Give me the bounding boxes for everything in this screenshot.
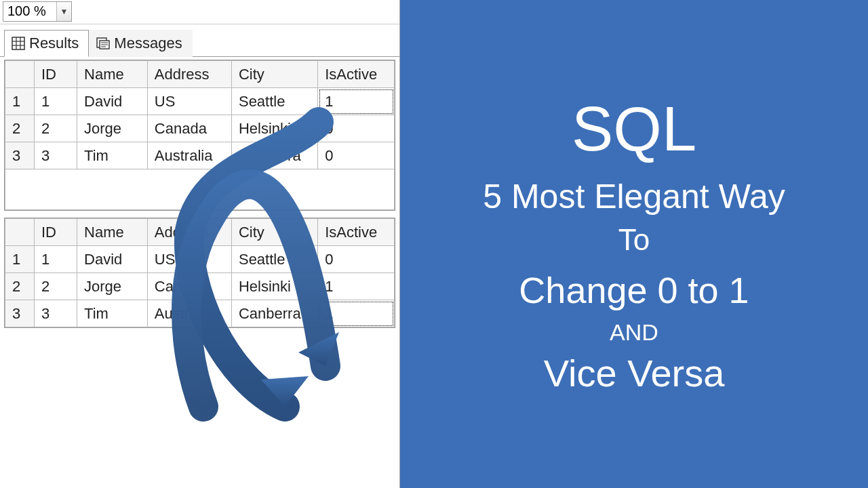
cell-city[interactable]: Helsinki — [231, 273, 317, 300]
tab-results-label: Results — [29, 35, 79, 52]
cell-name[interactable]: David — [77, 246, 148, 273]
col-header-name[interactable]: Name — [77, 61, 148, 88]
corner-cell — [5, 61, 35, 88]
row-number: 2 — [5, 273, 35, 300]
col-header-id[interactable]: ID — [34, 61, 77, 88]
title-panel: SQL 5 Most Elegant Way To Change 0 to 1 … — [400, 0, 868, 488]
title-line-1: 5 Most Elegant Way — [483, 177, 785, 216]
title-to: To — [618, 223, 650, 257]
row-number: 1 — [5, 88, 35, 115]
cell-name[interactable]: Jorge — [77, 115, 148, 142]
zoom-toolbar: ▼ — [0, 0, 399, 24]
cell-isactive[interactable]: 0 — [318, 246, 395, 273]
cell-city[interactable]: Helsinki — [231, 115, 317, 142]
cell-city[interactable]: Seattle — [231, 88, 317, 115]
col-header-address[interactable]: Address — [147, 219, 231, 246]
tab-messages[interactable]: Messages — [89, 30, 192, 57]
col-header-isactive[interactable]: IsActive — [318, 219, 395, 246]
table-row[interactable]: 2 2 Jorge Canada Helsinki 1 — [5, 273, 395, 300]
cell-isactive[interactable]: 0 — [318, 142, 395, 169]
empty-row — [5, 169, 395, 210]
corner-cell — [5, 219, 35, 246]
title-and: AND — [610, 319, 658, 346]
cell-id[interactable]: 1 — [34, 88, 77, 115]
result-tabs: Results Messages — [0, 24, 399, 57]
cell-id[interactable]: 1 — [34, 246, 77, 273]
cell-addr[interactable]: US — [147, 246, 231, 273]
cell-addr[interactable]: Canada — [147, 115, 231, 142]
results-grid-2: ID Name Address City IsActive 1 1 David … — [4, 218, 395, 328]
title-sql: SQL — [572, 94, 696, 165]
cell-addr[interactable]: Canada — [147, 273, 231, 300]
cell-isactive[interactable]: 0 — [318, 115, 395, 142]
tab-results[interactable]: Results — [4, 30, 89, 57]
cell-id[interactable]: 3 — [34, 300, 77, 327]
row-number: 1 — [5, 246, 35, 273]
col-header-id[interactable]: ID — [34, 219, 77, 246]
tab-messages-label: Messages — [114, 35, 182, 52]
cell-id[interactable]: 3 — [34, 142, 77, 169]
chevron-down-icon[interactable]: ▼ — [56, 2, 71, 21]
cell-addr[interactable]: Australia — [147, 300, 231, 327]
cell-name[interactable]: Tim — [77, 300, 148, 327]
svg-rect-0 — [12, 37, 24, 49]
cell-id[interactable]: 2 — [34, 115, 77, 142]
table-row[interactable]: 3 3 Tim Australia Canberra 0 — [5, 142, 395, 169]
cell-addr[interactable]: US — [147, 88, 231, 115]
cell-name[interactable]: Tim — [77, 142, 148, 169]
svg-marker-11 — [298, 332, 339, 366]
row-number: 3 — [5, 142, 35, 169]
results-grid-1: ID Name Address City IsActive 1 1 David … — [4, 60, 395, 211]
grid-icon — [12, 37, 25, 50]
cell-isactive[interactable]: 1 — [318, 300, 395, 327]
col-header-address[interactable]: Address — [147, 61, 231, 88]
cell-city[interactable]: Canberra — [231, 300, 317, 327]
col-header-name[interactable]: Name — [77, 219, 148, 246]
table-row[interactable]: 1 1 David US Seattle 0 — [5, 246, 395, 273]
cell-addr[interactable]: Australia — [147, 142, 231, 169]
table-row[interactable]: 2 2 Jorge Canada Helsinki 0 — [5, 115, 395, 142]
zoom-input[interactable] — [3, 3, 56, 19]
col-header-city[interactable]: City — [231, 219, 317, 246]
svg-marker-10 — [261, 376, 309, 407]
row-number: 2 — [5, 115, 35, 142]
cell-city[interactable]: Seattle — [231, 246, 317, 273]
cell-name[interactable]: David — [77, 88, 148, 115]
ssms-results-pane: ▼ Results Messages ID Name Address City — [0, 0, 400, 488]
cell-id[interactable]: 2 — [34, 273, 77, 300]
col-header-city[interactable]: City — [231, 61, 317, 88]
cell-isactive[interactable]: 1 — [318, 88, 395, 115]
cell-city[interactable]: Canberra — [231, 142, 317, 169]
cell-name[interactable]: Jorge — [77, 273, 148, 300]
row-number: 3 — [5, 300, 35, 327]
col-header-isactive[interactable]: IsActive — [318, 61, 395, 88]
zoom-dropdown[interactable]: ▼ — [3, 1, 72, 22]
messages-icon — [96, 37, 110, 50]
title-line-3: Vice Versa — [544, 351, 725, 395]
title-line-2: Change 0 to 1 — [519, 269, 749, 311]
table-row[interactable]: 1 1 David US Seattle 1 — [5, 88, 395, 115]
cell-isactive[interactable]: 1 — [318, 273, 395, 300]
table-row[interactable]: 3 3 Tim Australia Canberra 1 — [5, 300, 395, 327]
